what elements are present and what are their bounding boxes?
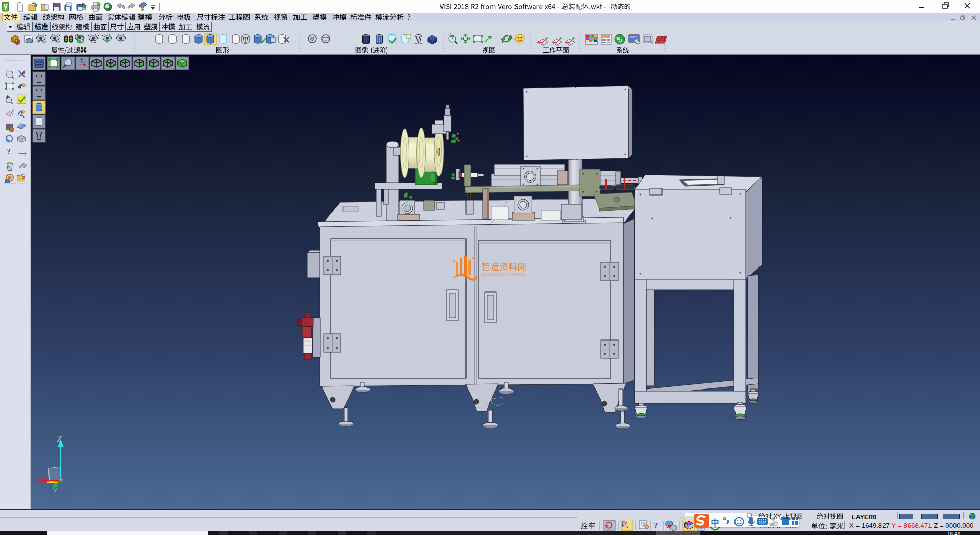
svg-text:?: ? <box>7 147 11 156</box>
svg-text:Y: Y <box>53 487 58 495</box>
svg-text:?: ? <box>654 521 658 530</box>
svg-text:Z: Z <box>57 434 62 444</box>
svg-text:X: X <box>38 476 43 485</box>
svg-text:7: 7 <box>775 522 777 526</box>
